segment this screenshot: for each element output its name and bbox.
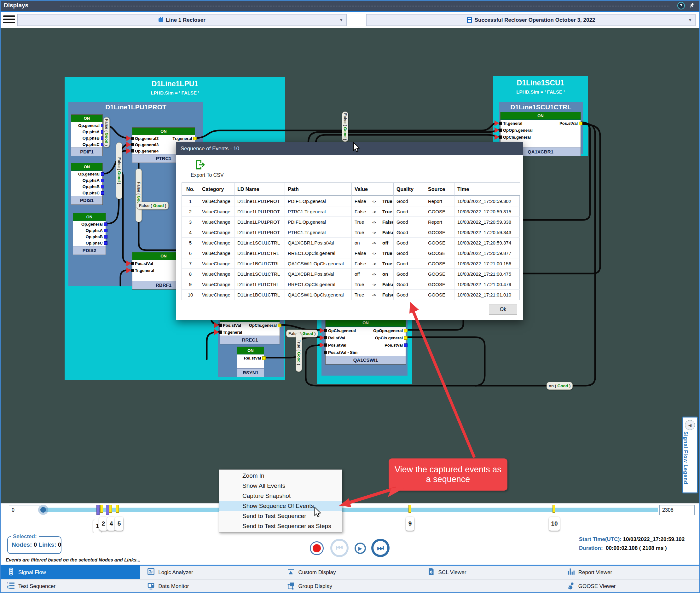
value-cell[interactable]: False->True: [352, 206, 394, 217]
session-selector-dropdown[interactable]: Successful Recloser Operation October 3,…: [366, 14, 696, 26]
value-cell[interactable]: True->False: [352, 217, 394, 227]
context-menu-item-show-all-events[interactable]: Show All Events: [219, 481, 342, 491]
marker-label[interactable]: 2: [99, 517, 108, 530]
table-cell[interactable]: 10/03/2022_17:20:59.877: [455, 248, 520, 259]
table-cell[interactable]: 3: [182, 217, 199, 227]
value-cell[interactable]: False->True: [352, 259, 394, 269]
table-cell[interactable]: 6: [182, 248, 199, 259]
marker-tick-yellow[interactable]: [109, 505, 112, 513]
output-pin[interactable]: [278, 324, 281, 327]
table-cell[interactable]: 10/03/2022_17:21:00.156: [455, 259, 520, 269]
pin-icon[interactable]: [688, 2, 696, 9]
output-pin[interactable]: [404, 344, 407, 347]
table-cell[interactable]: ValueChange: [199, 206, 234, 217]
value-cell[interactable]: off->on: [352, 269, 394, 279]
timeline-start-input[interactable]: [9, 505, 40, 515]
input-pin[interactable]: [499, 128, 502, 132]
table-cell[interactable]: GOOSE: [425, 289, 455, 300]
output-pin[interactable]: [101, 185, 104, 189]
table-cell[interactable]: D1Line1LPU1CTRL: [234, 248, 285, 259]
marker-label[interactable]: 10: [549, 517, 560, 530]
value-cell[interactable]: True->False: [352, 289, 394, 300]
output-pin[interactable]: [579, 122, 582, 125]
table-cell[interactable]: 10/03/2022_17:21:00.479: [455, 279, 520, 289]
input-pin[interactable]: [499, 122, 502, 125]
value-cell[interactable]: True->False: [352, 279, 394, 289]
input-pin[interactable]: [131, 143, 134, 146]
tab-goose-viewer[interactable]: GOOSE Viewer: [560, 580, 700, 593]
table-cell[interactable]: 9: [182, 279, 199, 289]
output-pin[interactable]: [262, 356, 266, 360]
table-cell[interactable]: QA1XCBR1.Pos.stVal: [285, 238, 352, 248]
value-cell[interactable]: on->off: [352, 238, 394, 248]
table-cell[interactable]: 2: [182, 206, 199, 217]
marker-label[interactable]: 4: [107, 517, 115, 530]
tab-custom-display[interactable]: Custom Display: [280, 565, 420, 579]
output-pin[interactable]: [193, 137, 197, 140]
table-cell[interactable]: ValueChange: [199, 248, 234, 259]
table-cell[interactable]: Good: [394, 196, 425, 206]
display-selector-dropdown[interactable]: Line 1 Recloser ▼: [17, 14, 347, 26]
table-cell[interactable]: 8: [182, 269, 199, 279]
table-cell[interactable]: Good: [394, 279, 425, 289]
table-cell[interactable]: 1: [182, 196, 199, 206]
table-cell[interactable]: 10/03/2022_17:20:59.343: [455, 227, 520, 238]
column-header[interactable]: Quality: [394, 183, 425, 196]
skip-to-end-button[interactable]: ⏭: [371, 539, 390, 557]
table-cell[interactable]: 10: [182, 289, 199, 300]
input-pin[interactable]: [219, 324, 222, 327]
table-cell[interactable]: PTRC1.Tr.general: [285, 206, 352, 217]
table-cell[interactable]: 4: [182, 227, 199, 238]
output-pin[interactable]: [101, 179, 104, 182]
table-cell[interactable]: D1Line1SCU1CTRL: [234, 238, 285, 248]
table-cell[interactable]: 10/03/2022_17:21:01.010: [455, 289, 520, 300]
output-pin[interactable]: [101, 191, 104, 195]
table-cell[interactable]: Report: [425, 196, 455, 206]
table-cell[interactable]: Good: [394, 206, 425, 217]
table-cell[interactable]: Good: [394, 248, 425, 259]
input-pin[interactable]: [324, 329, 327, 332]
marker-tick-purple[interactable]: [96, 505, 100, 515]
input-pin[interactable]: [131, 262, 134, 265]
output-pin[interactable]: [104, 235, 108, 239]
table-cell[interactable]: 5: [182, 238, 199, 248]
table-cell[interactable]: GOOSE: [425, 269, 455, 279]
export-to-csv-button[interactable]: Export To CSV: [191, 159, 229, 178]
skip-to-start-button[interactable]: ⏮: [330, 539, 349, 557]
output-pin[interactable]: [404, 336, 407, 340]
table-cell[interactable]: GOOSE: [425, 227, 455, 238]
menu-icon[interactable]: [3, 15, 15, 24]
node-PDIS1[interactable]: ONOp.generalOp.phsAOp.phsBOp.phsCPDIS1: [71, 163, 103, 205]
table-cell[interactable]: GOOSE: [425, 206, 455, 217]
input-pin[interactable]: [324, 344, 327, 347]
input-pin[interactable]: [499, 135, 502, 139]
table-cell[interactable]: GOOSE: [425, 248, 455, 259]
node-PDIS2[interactable]: ONOp.generalOp.phsAOp.phsBOp.phsCPDIS2: [73, 213, 106, 255]
marker-label[interactable]: 5: [115, 517, 123, 530]
table-cell[interactable]: PTRC1.Tr.general: [285, 227, 352, 238]
dialog-title[interactable]: Sequence of Events - 10: [176, 142, 523, 155]
column-header[interactable]: Value: [352, 183, 394, 196]
table-cell[interactable]: QA1CSWI1.OpCls.general: [285, 289, 352, 300]
table-cell[interactable]: Good: [394, 238, 425, 248]
marker-label[interactable]: 9: [406, 517, 414, 530]
table-cell[interactable]: ValueChange: [199, 259, 234, 269]
output-pin[interactable]: [104, 223, 108, 226]
ok-button[interactable]: Ok: [489, 304, 517, 315]
table-cell[interactable]: PDIF1.Op.general: [285, 196, 352, 206]
context-menu-item-send-to-test-sequencer-as-steps[interactable]: Send to Test Sequencer as Steps: [219, 521, 342, 531]
table-cell[interactable]: D1Line1LPU1PROT: [234, 196, 285, 206]
tab-test-sequencer[interactable]: 123Test Sequencer: [0, 580, 140, 593]
table-cell[interactable]: 10/03/2022_17:20:59.374: [455, 238, 520, 248]
play-button[interactable]: ▶: [355, 543, 366, 554]
value-cell[interactable]: True->False: [352, 227, 394, 238]
table-cell[interactable]: D1Line1LPU1PROT: [234, 206, 285, 217]
table-cell[interactable]: ValueChange: [199, 238, 234, 248]
tab-signal-flow[interactable]: Signal Flow: [0, 565, 140, 579]
table-cell[interactable]: RREC1.OpCls.general: [285, 279, 352, 289]
drag-handle-dots[interactable]: [60, 4, 670, 8]
table-cell[interactable]: 10/03/2022_17:20:59.315: [455, 206, 520, 217]
input-pin[interactable]: [131, 149, 134, 153]
table-cell[interactable]: Good: [394, 289, 425, 300]
tab-report-viewer[interactable]: Report Viewer: [560, 565, 700, 579]
